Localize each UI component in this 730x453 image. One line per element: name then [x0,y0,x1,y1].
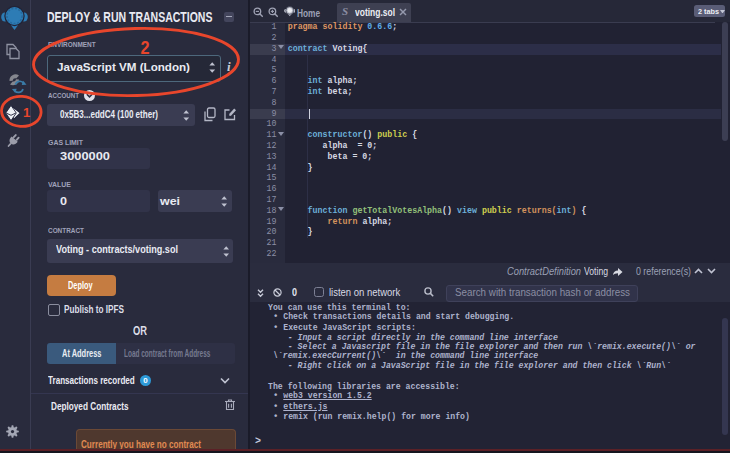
svg-text:2: 2 [141,38,150,59]
svg-text:1: 1 [23,105,30,120]
